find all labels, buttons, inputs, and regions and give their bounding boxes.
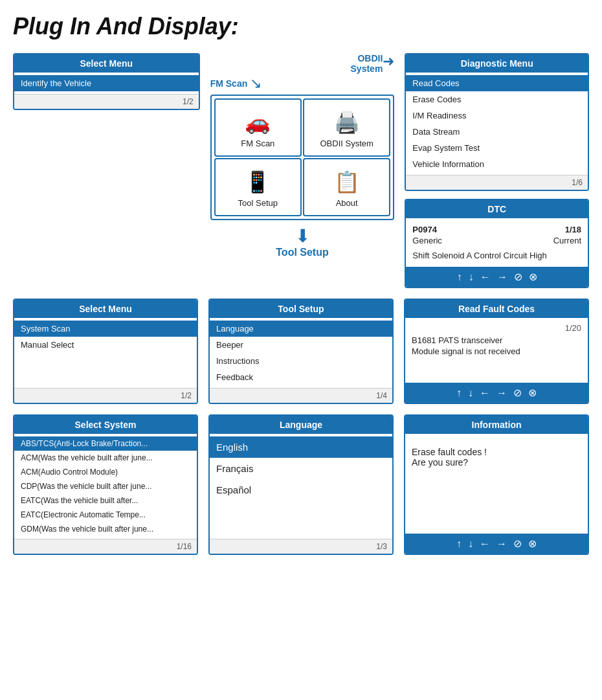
- info-nav-cancel[interactable]: ⊗: [528, 537, 537, 550]
- fm-annotation: FM Scan: [210, 78, 248, 89]
- grid-item-fmscan[interactable]: 🚗 FM Scan: [214, 98, 302, 157]
- system-item-5[interactable]: EATC(Electronic Automatic Tempe...: [14, 508, 197, 522]
- diag-item-im-readiness[interactable]: I/M Readiness: [406, 107, 588, 124]
- select-system-footer: 1/16: [14, 539, 197, 554]
- system-item-0[interactable]: ABS/TCS(Anti-Lock Brake/Traction...: [14, 436, 197, 451]
- page-title: Plug In And Display:: [13, 13, 589, 40]
- toolsetup-icon: 📱: [245, 170, 271, 194]
- setup-item-instructions[interactable]: Instructions: [210, 353, 392, 369]
- system-scan-header: Select Menu: [14, 300, 197, 318]
- menu-item-system-scan[interactable]: System Scan: [14, 321, 197, 337]
- dtc-description: Shift Solenoid A Control Circuit High: [406, 249, 588, 264]
- main-menu-grid: 🚗 FM Scan 🖨️ OBDII System 📱 Tool Setup 📋…: [210, 95, 395, 220]
- language-header: Language: [210, 416, 392, 434]
- menu-item-identify[interactable]: Identify the Vehicle: [14, 75, 199, 91]
- info-nav-right[interactable]: →: [496, 538, 507, 550]
- select-system-body: ABS/TCS(Anti-Lock Brake/Traction... ACM(…: [14, 434, 197, 539]
- select-menu-header: Select Menu: [14, 54, 199, 73]
- obdii-icon: 🖨️: [334, 110, 360, 135]
- grid-item-obdii[interactable]: 🖨️ OBDII System: [303, 98, 390, 157]
- system-scan-footer: 1/2: [14, 388, 197, 403]
- diagnostic-menu-footer: 1/6: [406, 175, 588, 190]
- dtc-body: P0974 1/18 Generic Current Shift Solenoi…: [406, 218, 588, 267]
- language-footer: 1/3: [210, 539, 392, 554]
- nav-left[interactable]: ←: [480, 271, 491, 283]
- menu-item-manual-select[interactable]: Manual Select: [14, 337, 197, 353]
- dtc-nav: ↑ ↓ ← → ⊘ ⊗: [406, 267, 588, 287]
- system-item-1[interactable]: ACM(Was the vehicle built after june...: [14, 451, 197, 465]
- fault-nav-left[interactable]: ←: [480, 387, 490, 399]
- fault-nav-right[interactable]: →: [496, 387, 507, 399]
- fault-nav-up[interactable]: ↑: [456, 387, 462, 399]
- info-nav-up[interactable]: ↑: [456, 538, 462, 550]
- read-fault-nav: ↑ ↓ ← → ⊘ ⊗: [405, 383, 588, 403]
- system-item-2[interactable]: ACM(Audio Control Module): [14, 465, 197, 479]
- grid-item-about[interactable]: 📋 About: [303, 158, 390, 216]
- system-item-3[interactable]: CDP(Was the vehicle built after june...: [14, 479, 197, 493]
- select-menu-footer: 1/2: [14, 94, 199, 109]
- information-body: Erase fault codes ! Are you sure?: [405, 434, 588, 480]
- fault-nav-ok[interactable]: ⊘: [513, 387, 522, 399]
- language-panel: Language English Français Español 1/3: [208, 414, 394, 555]
- info-nav-down[interactable]: ↓: [468, 538, 473, 550]
- about-label: About: [336, 198, 358, 208]
- info-line2: Are you sure?: [412, 457, 581, 468]
- toolsetup-annotation: Tool Setup: [276, 247, 328, 258]
- select-menu-body: Identify the Vehicle: [14, 73, 199, 94]
- setup-item-beeper[interactable]: Beeper: [210, 337, 392, 353]
- system-item-4[interactable]: EATC(Was the vehicle built after...: [14, 493, 197, 508]
- select-system-header: Select System: [14, 416, 197, 434]
- down-arrow-icon: ⬇: [295, 225, 310, 247]
- info-nav-left[interactable]: ←: [480, 538, 490, 550]
- diag-item-erase-codes[interactable]: Erase Codes: [406, 91, 588, 107]
- tool-setup-body: Language Beeper Instructions Feedback: [210, 318, 392, 388]
- read-fault-header: Read Fault Codes: [405, 300, 588, 318]
- nav-right[interactable]: →: [497, 271, 507, 283]
- obdii-annotation: OBDIISystem: [351, 53, 383, 74]
- tool-setup-footer: 1/4: [210, 388, 392, 403]
- diag-item-vehicle-info[interactable]: Vehicle Information: [406, 156, 588, 172]
- read-fault-body: 1/20 B1681 PATS transceiver Module signa…: [405, 318, 588, 363]
- information-nav: ↑ ↓ ← → ⊘ ⊗: [405, 534, 588, 554]
- select-system-panel: Select System ABS/TCS(Anti-Lock Brake/Tr…: [13, 414, 198, 555]
- diag-item-data-stream[interactable]: Data Stream: [406, 124, 588, 140]
- information-panel: Information Erase fault codes ! Are you …: [404, 414, 589, 555]
- fault-description: Module signal is not received: [412, 346, 581, 356]
- dtc-count: 1/18: [565, 225, 581, 234]
- setup-item-language[interactable]: Language: [210, 321, 392, 337]
- lang-item-english[interactable]: English: [210, 436, 392, 458]
- diag-item-read-codes[interactable]: Read Codes: [406, 75, 588, 91]
- read-fault-panel: Read Fault Codes 1/20 B1681 PATS transce…: [404, 299, 589, 404]
- dtc-panel: DTC P0974 1/18 Generic Current Shift Sol…: [405, 199, 589, 288]
- nav-ok[interactable]: ⊘: [514, 271, 522, 283]
- system-scan-body: System Scan Manual Select: [14, 318, 197, 388]
- dtc-code: P0974: [412, 225, 437, 234]
- system-item-6[interactable]: GDM(Was the vehicle built after june...: [14, 522, 197, 536]
- fault-nav-down[interactable]: ↓: [468, 387, 473, 399]
- fault-nav-cancel[interactable]: ⊗: [528, 387, 537, 399]
- setup-item-feedback[interactable]: Feedback: [210, 369, 392, 385]
- lang-item-french[interactable]: Français: [210, 458, 392, 479]
- diagnostic-menu-body: Read Codes Erase Codes I/M Readiness Dat…: [406, 73, 588, 175]
- toolsetup-label: Tool Setup: [238, 198, 278, 208]
- dtc-header: DTC: [406, 200, 588, 218]
- lang-item-spanish[interactable]: Español: [210, 479, 392, 501]
- language-body: English Français Español: [210, 434, 392, 539]
- diagnostic-menu-panel: Diagnostic Menu Read Codes Erase Codes I…: [405, 53, 589, 191]
- fault-count: 1/20: [412, 323, 581, 333]
- diag-item-evap[interactable]: Evap System Test: [406, 140, 588, 156]
- info-nav-ok[interactable]: ⊘: [513, 537, 522, 550]
- tool-setup-header: Tool Setup: [210, 300, 392, 318]
- diagnostic-menu-header: Diagnostic Menu: [406, 54, 588, 73]
- dtc-type: Generic: [412, 236, 442, 245]
- fmscan-icon: 🚗: [245, 110, 271, 135]
- grid-item-toolsetup[interactable]: 📱 Tool Setup: [214, 158, 302, 216]
- nav-cancel[interactable]: ⊗: [529, 271, 537, 283]
- obdii-label: OBDII System: [320, 139, 373, 148]
- tool-setup-panel: Tool Setup Language Beeper Instructions …: [208, 299, 394, 404]
- nav-down[interactable]: ↓: [469, 271, 474, 283]
- system-scan-panel: Select Menu System Scan Manual Select 1/…: [13, 299, 198, 404]
- fmscan-label: FM Scan: [241, 139, 274, 148]
- info-line1: Erase fault codes !: [412, 447, 581, 457]
- nav-up[interactable]: ↑: [457, 271, 462, 283]
